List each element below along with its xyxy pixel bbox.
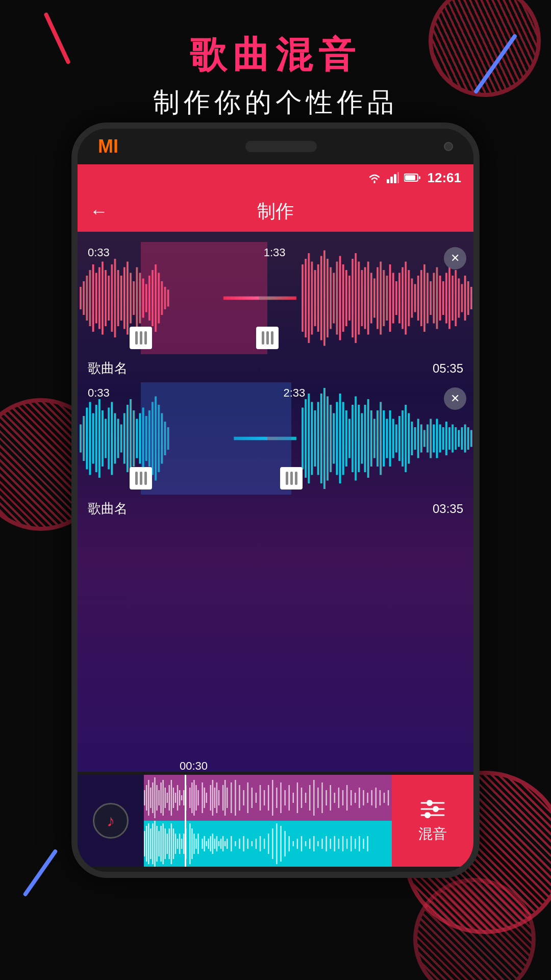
svg-rect-228 [289,785,290,811]
svg-rect-208 [214,788,215,808]
svg-rect-141 [361,413,363,464]
svg-rect-305 [284,831,285,856]
svg-rect-213 [227,788,228,808]
deco-line-3 [22,849,58,897]
mi-logo: MI [98,136,118,157]
svg-rect-181 [152,782,153,813]
svg-rect-12 [95,273,97,324]
svg-rect-154 [402,410,404,467]
svg-rect-51 [345,270,347,326]
svg-rect-128 [320,394,322,483]
svg-rect-160 [420,425,422,453]
svg-rect-148 [383,410,385,467]
app-subtitle: 制作你的个性作品 [0,85,551,120]
svg-rect-293 [235,841,236,846]
svg-rect-82 [442,281,444,315]
mix-label: 混音 [418,824,447,844]
svg-rect-41 [314,270,316,326]
svg-rect-39 [308,253,310,343]
svg-rect-159 [417,419,419,458]
svg-rect-276 [193,834,194,854]
svg-rect-68 [398,273,400,324]
svg-rect-52 [348,276,350,321]
svg-rect-133 [336,402,338,475]
svg-rect-304 [280,826,281,862]
track1-close-button[interactable]: ✕ [444,247,466,270]
svg-rect-49 [339,256,341,340]
track2-close-button[interactable]: ✕ [444,387,466,410]
svg-rect-229 [293,793,294,803]
svg-rect-318 [338,839,339,849]
svg-rect-256 [150,828,151,859]
svg-rect-155 [405,405,407,472]
svg-rect-275 [191,828,192,859]
svg-rect-295 [243,836,244,851]
svg-rect-45 [327,259,329,337]
svg-rect-320 [346,839,347,849]
svg-rect-220 [256,793,257,803]
svg-rect-178 [146,785,147,811]
svg-rect-176 [470,430,472,447]
playhead-time: 00:30 [78,760,473,775]
player-bar: 00:30 ♪ [78,760,473,872]
svg-rect-53 [352,259,354,337]
preview-track-1 [144,775,392,821]
svg-rect-134 [339,394,341,483]
track1-time-mid: 1:33 [264,246,286,259]
preview-track-2 [144,821,392,867]
svg-rect-317 [334,836,335,851]
svg-rect-292 [231,836,232,851]
svg-rect-97 [95,405,97,472]
svg-rect-146 [377,410,379,467]
track1-handle-left[interactable] [130,327,152,349]
track-waveform-1[interactable]: ✕ 0:33 1:33 [78,242,473,354]
svg-rect-314 [321,839,322,849]
svg-rect-239 [334,793,335,803]
svg-rect-84 [448,267,450,329]
svg-rect-60 [373,279,375,318]
svg-rect-226 [280,782,281,813]
track-waveform-2[interactable]: ✕ 0:33 2:33 [78,382,473,495]
svg-rect-185 [160,782,161,813]
track1-info: 歌曲名 05:35 [78,354,473,382]
svg-rect-206 [210,785,211,811]
svg-rect-174 [464,425,466,453]
mix-button[interactable]: 混音 [392,775,473,867]
svg-rect-61 [377,267,379,329]
svg-rect-219 [252,788,253,808]
svg-rect-313 [317,841,318,846]
svg-rect-211 [222,785,223,811]
drag-line [144,472,147,485]
svg-rect-244 [355,793,356,803]
svg-rect-321 [350,836,352,851]
svg-rect-186 [162,780,163,816]
svg-rect-156 [408,413,410,464]
svg-rect-147 [380,402,382,475]
track2-duration: 03:35 [433,502,463,516]
svg-rect-66 [392,273,394,324]
preview-waveform-2 [144,821,392,867]
svg-rect-88 [461,284,463,312]
svg-rect-21 [123,267,126,329]
svg-rect-230 [297,782,298,813]
svg-rect-142 [364,405,366,472]
svg-rect-13 [98,267,101,329]
play-button[interactable]: ♪ [93,803,129,839]
track2-handle-left[interactable] [130,467,152,489]
svg-rect-0 [387,179,389,183]
track2-handle-right[interactable] [280,467,303,489]
svg-rect-104 [117,419,119,458]
svg-rect-81 [439,276,441,321]
svg-rect-137 [348,419,350,458]
svg-rect-8 [83,281,85,315]
svg-rect-323 [359,836,360,851]
waveform-preview[interactable] [144,775,392,867]
svg-rect-319 [342,836,343,851]
track2-time-start: 0:33 [88,386,110,400]
back-button[interactable]: ← [90,201,108,222]
track1-handle-right[interactable] [256,327,279,349]
svg-rect-311 [309,839,310,849]
svg-rect-195 [181,795,182,800]
play-button-area: ♪ [78,775,144,867]
svg-rect-103 [114,413,116,464]
